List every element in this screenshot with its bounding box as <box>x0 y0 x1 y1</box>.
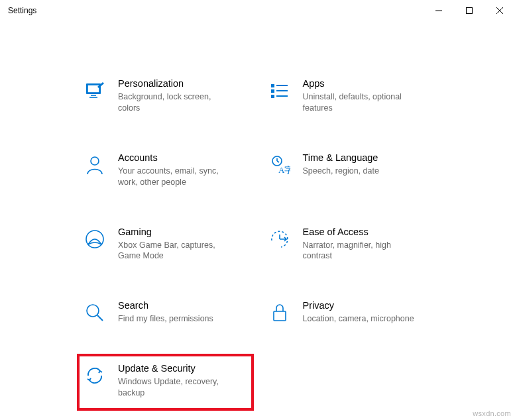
svg-text:A字: A字 <box>278 165 290 175</box>
window-title: Settings <box>8 6 424 15</box>
maximize-button[interactable] <box>454 0 485 21</box>
settings-categories: Personalization Background, lock screen,… <box>0 21 515 405</box>
category-privacy[interactable]: Privacy Location, camera, microphone <box>264 296 436 329</box>
category-desc: Speech, region, date <box>303 166 416 177</box>
apps-icon <box>268 79 291 102</box>
category-title: Privacy <box>303 300 416 311</box>
svg-rect-10 <box>271 95 274 98</box>
category-update-security[interactable]: Update & Security Windows Update, recove… <box>77 354 254 411</box>
ease-of-access-icon <box>268 228 291 250</box>
category-title: Gaming <box>118 227 231 237</box>
privacy-icon <box>268 301 291 324</box>
category-desc: Narrator, magnifier, high contrast <box>303 240 416 262</box>
category-title: Time & Language <box>303 152 416 163</box>
minimize-button[interactable] <box>424 0 454 21</box>
category-title: Accounts <box>118 152 231 163</box>
accounts-icon <box>84 154 106 176</box>
category-title: Update & Security <box>118 363 231 374</box>
category-title: Personalization <box>118 78 231 89</box>
category-title: Search <box>118 300 231 311</box>
category-search[interactable]: Search Find my files, permissions <box>80 296 251 329</box>
svg-point-21 <box>87 305 99 317</box>
category-desc: Your accounts, email, sync, work, other … <box>118 166 231 188</box>
search-icon <box>84 301 106 324</box>
category-desc: Xbox Game Bar, captures, Game Mode <box>118 240 231 262</box>
update-security-icon <box>84 364 106 387</box>
time-language-icon: A字 <box>268 154 291 176</box>
personalization-icon <box>84 79 106 102</box>
category-time-language[interactable]: A字 Time & Language Speech, region, date <box>264 148 436 192</box>
svg-rect-9 <box>271 89 274 93</box>
gaming-icon <box>84 228 106 250</box>
svg-point-14 <box>91 157 99 165</box>
category-apps[interactable]: Apps Uninstall, defaults, optional featu… <box>264 74 436 118</box>
category-title: Apps <box>303 78 416 89</box>
close-button[interactable] <box>485 0 515 21</box>
category-title: Ease of Access <box>303 227 416 237</box>
category-personalization[interactable]: Personalization Background, lock screen,… <box>80 74 251 118</box>
svg-line-22 <box>97 315 103 321</box>
category-desc: Background, lock screen, colors <box>118 91 231 114</box>
svg-rect-1 <box>467 8 473 14</box>
category-desc: Find my files, permissions <box>118 313 231 325</box>
svg-line-17 <box>277 161 279 162</box>
svg-rect-5 <box>87 85 99 93</box>
category-ease-of-access[interactable]: Ease of Access Narrator, magnifier, high… <box>264 223 436 266</box>
category-accounts[interactable]: Accounts Your accounts, email, sync, wor… <box>80 148 251 192</box>
category-desc: Location, camera, microphone <box>303 313 416 325</box>
window-controls <box>424 0 515 21</box>
svg-rect-23 <box>274 311 286 321</box>
titlebar: Settings <box>0 0 515 21</box>
category-desc: Windows Update, recovery, backup <box>118 376 231 399</box>
category-gaming[interactable]: Gaming Xbox Game Bar, captures, Game Mod… <box>80 223 251 266</box>
category-desc: Uninstall, defaults, optional features <box>303 91 416 114</box>
svg-rect-8 <box>271 84 274 87</box>
watermark: wsxdn.com <box>473 409 511 417</box>
